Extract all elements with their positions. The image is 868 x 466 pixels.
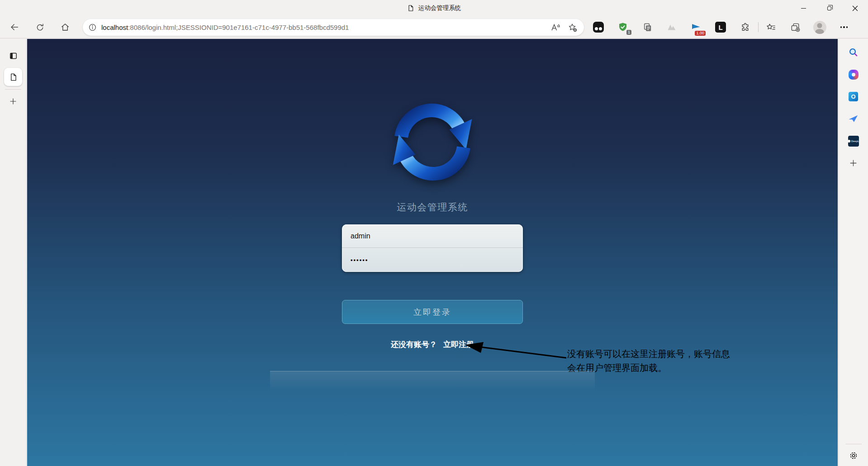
app-logo	[384, 97, 481, 187]
close-button[interactable]	[842, 0, 868, 16]
system-title: 运动会管理系统	[27, 201, 838, 214]
vertical-tabs-strip	[0, 39, 27, 466]
mountain-icon	[666, 22, 677, 33]
edge-sidebar: O DeepL	[838, 39, 868, 466]
window-title: 运动会管理系统	[418, 4, 461, 12]
login-form: admin ••••••	[342, 224, 523, 272]
register-prompt: 还没有账号？	[391, 340, 437, 349]
profile-button[interactable]	[812, 19, 827, 35]
login-button[interactable]: 立即登录	[342, 300, 523, 324]
sidebar-settings-button[interactable]	[849, 451, 859, 461]
profile-avatar	[813, 21, 826, 34]
deepl-label: DeepL	[851, 140, 859, 143]
extensions-cluster: 1 1.00 L	[591, 19, 861, 35]
page-content: 运动会管理系统 admin •••••• 立即登录 还没有账号？立即注册 没有账…	[27, 39, 838, 466]
adguard-extension-button[interactable]: 1	[615, 19, 631, 35]
strip-divider	[5, 89, 21, 90]
sidebar-m365-button[interactable]	[844, 68, 863, 81]
sidebar-drop-button[interactable]	[844, 113, 863, 125]
puzzle-icon	[740, 22, 750, 33]
browser-toolbar: localhost:8086/login.html;JSESSIONID=901…	[0, 16, 868, 38]
extensions-menu-button[interactable]	[737, 19, 753, 35]
copy-document-icon	[642, 22, 653, 33]
microsoft-365-icon	[849, 70, 859, 80]
tab-favicon-icon	[9, 73, 18, 81]
favorites-button[interactable]	[763, 19, 778, 35]
sidebar-search-button[interactable]	[844, 46, 863, 58]
url-text[interactable]: localhost:8086/login.html;JSESSIONID=901…	[101, 24, 550, 31]
annotation-line1: 没有账号可以在这里注册账号，账号信息	[567, 347, 730, 361]
paper-plane-icon	[848, 114, 859, 124]
footer-divider	[270, 371, 595, 396]
sidebar-divider	[845, 444, 862, 444]
flag-extension-button[interactable]: 1.00	[688, 19, 704, 35]
gear-icon	[849, 451, 859, 461]
annotation-arrow	[461, 340, 572, 363]
url-host: localhost	[101, 24, 128, 31]
settings-menu-button[interactable]	[836, 19, 852, 35]
minimize-icon	[801, 8, 806, 9]
home-icon	[60, 22, 70, 32]
back-button[interactable]	[6, 19, 23, 36]
tab-actions-button[interactable]	[5, 47, 22, 64]
address-bar[interactable]: localhost:8086/login.html;JSESSIONID=901…	[83, 19, 584, 36]
outlook-icon: O	[849, 92, 858, 101]
add-favorite-button[interactable]	[568, 23, 578, 33]
sidebar-add-button[interactable]	[844, 157, 863, 169]
vertical-tabs-icon	[9, 52, 18, 60]
home-button[interactable]	[57, 19, 74, 36]
back-icon	[9, 22, 19, 32]
plus-icon	[9, 97, 17, 105]
url-path: :8086/login.html;JSESSIONID=901e7161-c71…	[128, 24, 349, 31]
password-input[interactable]: ••••••	[342, 248, 523, 271]
favorites-list-icon	[766, 22, 776, 33]
collections-button[interactable]	[787, 19, 803, 35]
active-tab[interactable]	[4, 68, 22, 86]
collections-icon	[790, 22, 801, 33]
l-extension-icon: L	[715, 22, 726, 33]
read-aloud-icon	[550, 23, 560, 33]
tab-title-group: 运动会管理系统	[407, 4, 461, 12]
disabled-extension-button[interactable]	[664, 19, 679, 35]
refresh-button[interactable]	[31, 19, 48, 36]
site-info-icon[interactable]	[88, 23, 97, 32]
l-extension-button[interactable]: L	[713, 19, 728, 35]
minimize-button[interactable]	[791, 0, 816, 16]
close-icon	[852, 5, 858, 11]
search-icon	[848, 47, 859, 57]
toolbar-divider	[758, 22, 759, 32]
shield-badge: 1	[626, 30, 631, 35]
restore-icon	[827, 6, 831, 10]
notes-extension-button[interactable]	[640, 19, 655, 35]
plus-icon	[849, 159, 858, 167]
new-tab-button[interactable]	[5, 93, 22, 110]
refresh-icon	[35, 23, 45, 32]
sidebar-outlook-button[interactable]: O	[844, 90, 863, 103]
window-controls	[791, 0, 868, 16]
ellipsis-menu-icon	[840, 26, 848, 28]
page-favicon-icon	[407, 5, 414, 12]
sidebar-deepl-button[interactable]: DeepL	[844, 135, 863, 147]
read-aloud-button[interactable]	[550, 23, 560, 33]
restore-button[interactable]	[816, 0, 842, 16]
deepl-icon: DeepL	[848, 136, 859, 147]
flag-badge: 1.00	[695, 31, 706, 36]
username-input[interactable]: admin	[342, 224, 523, 248]
dark-reader-icon	[593, 22, 604, 33]
window-titlebar: 运动会管理系统	[0, 0, 868, 16]
dark-reader-extension-button[interactable]	[591, 19, 606, 35]
favorite-star-add-icon	[568, 23, 578, 33]
